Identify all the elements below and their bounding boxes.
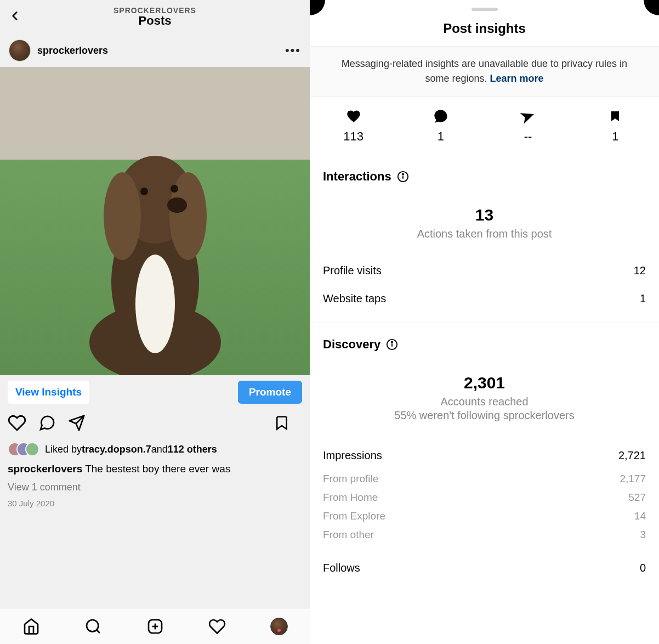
profile-avatar-icon bbox=[270, 618, 288, 635]
learn-more-link[interactable]: Learn more bbox=[490, 73, 544, 84]
caption-username[interactable]: sprockerlovers bbox=[8, 463, 82, 474]
liked-by-row[interactable]: Liked by tracy.dopson.7 and 112 others bbox=[0, 439, 310, 460]
bookmark-outline-icon bbox=[274, 415, 290, 431]
metric-saves: 1 bbox=[572, 109, 659, 144]
shares-value: -- bbox=[524, 129, 532, 144]
follows-value: 0 bbox=[640, 562, 646, 574]
discovery-subtitle2: 55% weren't following sprockerlovers bbox=[323, 409, 646, 422]
discovery-heading-row: Discovery bbox=[323, 337, 646, 352]
header-page-title: Posts bbox=[113, 14, 196, 28]
device-corner bbox=[644, 0, 659, 15]
engagement-actions-row bbox=[0, 409, 310, 439]
comment-filled-icon bbox=[433, 109, 448, 124]
post-date: 30 July 2020 bbox=[0, 496, 310, 510]
liked-by-prefix: Liked by bbox=[45, 444, 82, 455]
author-username[interactable]: sprockerlovers bbox=[37, 45, 285, 57]
bottom-tab-bar bbox=[0, 608, 310, 644]
likes-value: 113 bbox=[343, 129, 363, 144]
svg-rect-9 bbox=[120, 348, 135, 375]
device-corner bbox=[310, 0, 325, 15]
sheet-drag-handle[interactable] bbox=[471, 8, 498, 11]
liked-by-avatars bbox=[8, 442, 39, 456]
send-filled-icon bbox=[520, 109, 536, 124]
impressions-label: Impressions bbox=[323, 449, 382, 462]
saves-value: 1 bbox=[612, 129, 618, 144]
discovery-subtitle1: Accounts reached bbox=[323, 396, 646, 408]
follows-row: Follows 0 bbox=[323, 554, 646, 582]
post-insights-sheet: Post insights Messaging-related insights… bbox=[310, 0, 659, 644]
profile-visits-row: Profile visits 12 bbox=[323, 257, 646, 285]
website-taps-label: Website taps bbox=[323, 292, 386, 305]
website-taps-value: 1 bbox=[640, 292, 646, 305]
svg-point-2 bbox=[135, 255, 175, 353]
heart-outline-icon bbox=[208, 618, 226, 635]
author-avatar[interactable] bbox=[9, 39, 31, 61]
privacy-notice-text: Messaging-related insights are unavailab… bbox=[342, 58, 627, 84]
impressions-from-explore-row: From Explore 14 bbox=[323, 507, 646, 526]
liked-by-others[interactable]: 112 others bbox=[168, 444, 217, 455]
caption-text: The bestest boy there ever was bbox=[82, 463, 230, 474]
post-author-row[interactable]: sprockerlovers ••• bbox=[0, 34, 310, 67]
insights-title: Post insights bbox=[310, 21, 659, 46]
liked-by-and: and bbox=[151, 444, 168, 455]
info-icon[interactable] bbox=[386, 338, 398, 351]
notification-dot bbox=[277, 629, 281, 632]
svg-point-11 bbox=[87, 620, 98, 631]
tab-create[interactable] bbox=[146, 618, 164, 635]
impressions-from-home-row: From Home 527 bbox=[323, 488, 646, 507]
impressions-row: Impressions 2,721 bbox=[323, 442, 646, 470]
nav-header: SPROCKERLOVERS Posts bbox=[0, 0, 310, 34]
post-more-button[interactable]: ••• bbox=[285, 43, 301, 58]
view-comments-link[interactable]: View 1 comment bbox=[0, 478, 310, 496]
comments-value: 1 bbox=[438, 129, 444, 144]
add-post-icon bbox=[146, 618, 164, 635]
discovery-section: Discovery 2,301 Accounts reached 55% wer… bbox=[310, 323, 659, 592]
send-icon bbox=[68, 414, 86, 432]
save-button[interactable] bbox=[274, 415, 290, 433]
profile-visits-value: 12 bbox=[634, 264, 646, 277]
promote-button[interactable]: Promote bbox=[238, 381, 302, 404]
svg-point-6 bbox=[167, 197, 187, 213]
tab-activity[interactable] bbox=[208, 618, 226, 635]
interactions-total: 13 bbox=[323, 206, 646, 224]
metric-likes: 113 bbox=[310, 109, 397, 144]
info-icon[interactable] bbox=[397, 171, 409, 183]
privacy-notice: Messaging-related insights are unavailab… bbox=[310, 46, 659, 97]
post-detail-screen: SPROCKERLOVERS Posts sprockerlovers ••• … bbox=[0, 0, 310, 644]
interactions-subtitle: Actions taken from this post bbox=[323, 228, 646, 240]
comment-icon bbox=[38, 414, 56, 432]
liked-by-user[interactable]: tracy.dopson.7 bbox=[82, 444, 151, 455]
interactions-heading: Interactions bbox=[323, 170, 391, 184]
impressions-value: 2,721 bbox=[618, 449, 646, 462]
bookmark-filled-icon bbox=[609, 109, 622, 124]
view-insights-button[interactable]: View Insights bbox=[8, 381, 89, 404]
profile-visits-label: Profile visits bbox=[323, 264, 382, 277]
svg-point-21 bbox=[391, 341, 393, 342]
dog-illustration bbox=[67, 139, 243, 375]
svg-point-4 bbox=[104, 172, 141, 260]
interactions-section: Interactions 13 Actions taken from this … bbox=[310, 155, 659, 323]
search-icon bbox=[84, 618, 102, 635]
heart-icon bbox=[346, 109, 361, 124]
home-icon bbox=[22, 618, 40, 635]
caption-row: sprockerlovers The bestest boy there eve… bbox=[0, 460, 310, 478]
metric-comments: 1 bbox=[397, 109, 484, 144]
impressions-from-other-row: From other 3 bbox=[323, 526, 646, 544]
svg-point-8 bbox=[171, 185, 178, 193]
tab-home[interactable] bbox=[22, 618, 40, 635]
insights-promote-row: View Insights Promote bbox=[0, 375, 310, 409]
summary-metrics-row: 113 1 -- 1 bbox=[310, 97, 659, 155]
share-button[interactable] bbox=[68, 414, 86, 434]
impressions-from-profile-row: From profile 2,177 bbox=[323, 470, 646, 488]
tab-profile[interactable] bbox=[270, 618, 288, 635]
back-button[interactable] bbox=[8, 9, 22, 25]
metric-shares: -- bbox=[485, 109, 572, 144]
svg-rect-10 bbox=[175, 348, 191, 375]
like-button[interactable] bbox=[8, 414, 26, 434]
post-image[interactable] bbox=[0, 67, 310, 375]
tab-search[interactable] bbox=[84, 618, 102, 635]
interactions-heading-row: Interactions bbox=[323, 170, 646, 184]
follows-label: Follows bbox=[323, 562, 360, 574]
discovery-total: 2,301 bbox=[323, 374, 646, 392]
comment-button[interactable] bbox=[38, 414, 56, 434]
